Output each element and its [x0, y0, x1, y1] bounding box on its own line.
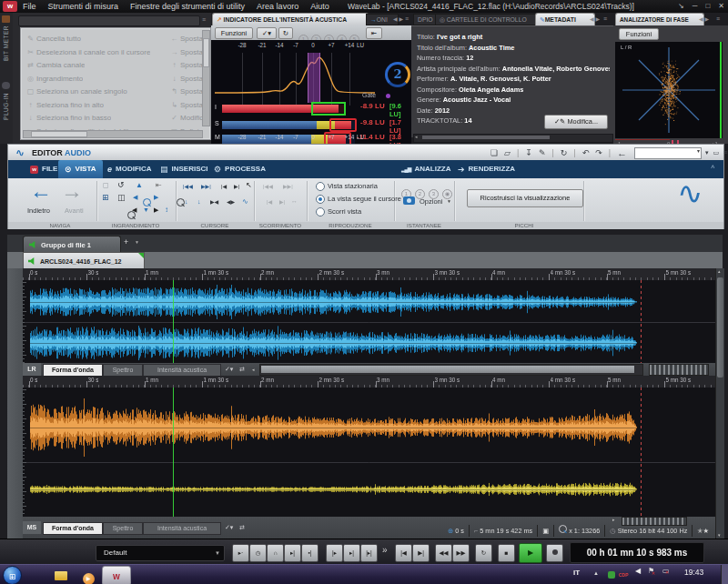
scroll-next-icon[interactable]: ▶| — [279, 198, 285, 205]
lr-hscroll-left-icon[interactable]: ◂ — [252, 367, 255, 372]
menu-item-4[interactable]: Aiuto — [310, 0, 329, 13]
tab-renderizza[interactable]: ➔RENDERIZZA — [451, 160, 521, 178]
tool-menu-item[interactable]: ✓Modifica... — [168, 112, 203, 126]
lr-hscrollbar[interactable] — [259, 364, 643, 376]
tab-modifica[interactable]: eMODIFICA — [101, 160, 158, 178]
file-group-dropdown-icon[interactable]: ▼ — [135, 239, 139, 245]
pause-at-icon[interactable]: ▪| — [301, 544, 318, 562]
rebuild-peaks-button[interactable]: Ricostruisci la visualizzazione — [467, 189, 583, 207]
vscroll-down-icon[interactable]: ▾ — [718, 532, 721, 538]
zoom-whole-icon[interactable]: ⊞ — [102, 193, 109, 202]
taskbar-wavelab-button[interactable]: w — [102, 566, 131, 584]
taskbar-media-button[interactable]: ▶ — [76, 568, 100, 583]
lr-check-icon[interactable]: ✓▾ — [225, 363, 233, 376]
loop-icon[interactable]: ↻ — [475, 544, 492, 562]
play-region-icon[interactable]: |▸| — [360, 544, 378, 562]
tool-menu-item[interactable]: ▢Seleziona un canale singolo — [25, 86, 168, 99]
play-icon[interactable]: ▶ — [519, 543, 542, 563]
metadata-tab-arrows[interactable]: ◀▶ — [590, 13, 602, 25]
panel-grip-icon[interactable]: ≡ — [405, 13, 409, 25]
zoom-out-h-icon[interactable]: ◀ — [133, 194, 137, 201]
dock-tab-plugin[interactable]: PLUG-IN — [3, 93, 9, 120]
ms-hscroll-right-icon[interactable]: ▸ — [612, 517, 615, 522]
favorites-item[interactable]: ✭★ — [692, 525, 713, 537]
cursor-arrow-icon[interactable]: ↖ — [246, 181, 252, 189]
tab-phase-analyzer[interactable]: ANALIZZATORE DI FASE — [615, 13, 704, 25]
tool-menu-item[interactable]: ↳Sposta verso il — [168, 99, 203, 113]
metadata-grip-icon[interactable]: ≡ — [603, 13, 607, 25]
zoom-1to1-icon[interactable]: ◫ — [117, 193, 126, 202]
functions-button[interactable]: Funzioni — [215, 27, 253, 39]
menu-item-0[interactable]: File — [23, 0, 36, 13]
waveform-ms[interactable] — [23, 388, 715, 517]
tool-menu-item[interactable]: ↓Sposta verso il — [168, 73, 203, 86]
tool-menu-item[interactable]: ✂Deseleziona il canale con il cursore — [25, 46, 168, 60]
tab-scroll-arrows[interactable]: ◀▶ — [393, 13, 405, 25]
tray-network-icon[interactable]: ▭✕ — [662, 567, 670, 575]
float-icon[interactable]: ▭ — [713, 145, 720, 161]
tool-menu-item[interactable]: ←Sposta indietro — [168, 33, 203, 46]
render-icon[interactable]: ✎ — [539, 145, 546, 161]
menu-item-3[interactable]: Area lavoro — [257, 0, 298, 13]
radio-static-view[interactable] — [316, 182, 325, 191]
ribbon-collapse-icon[interactable]: ˄ — [711, 163, 715, 171]
hscroll-left-icon[interactable]: ◂ — [415, 134, 418, 139]
file-tab[interactable]: ARCLS024_4416_FLAC_12 — [23, 252, 145, 270]
phase-tab-arrows[interactable]: ◀▶ — [699, 13, 711, 25]
tool-menu-item[interactable]: ◎Ingrandimento — [25, 73, 168, 86]
taskbar-explorer-button[interactable] — [49, 568, 73, 583]
options-dropdown-icon[interactable]: ▼ — [447, 198, 451, 204]
ms-check-icon[interactable]: ✓▾ — [225, 521, 233, 534]
tray-flag-icon[interactable]: ⚑✕ — [648, 567, 654, 575]
radio-scroll-view[interactable] — [316, 207, 325, 216]
radio-follow-cursor[interactable] — [316, 195, 325, 204]
cursor-prev-icon[interactable]: |◀ — [221, 183, 227, 189]
tab-loudness[interactable]: ↗ INDICATORE DELL'INTENSITÀ ACUSTICA — [212, 13, 369, 25]
tab-analizza[interactable]: ▂▄▆ANALIZZA — [395, 160, 457, 178]
tool-menu-item[interactable]: →Sposta in avant — [168, 46, 203, 60]
jump-start-icon[interactable]: |◀ — [395, 544, 412, 562]
back-to-start-icon[interactable]: ⇤ — [366, 27, 382, 39]
tool-menu-hscrollbar[interactable] — [23, 130, 203, 138]
camera-icon[interactable] — [403, 196, 415, 205]
timeline-ruler-lr[interactable]: 0 s30 s1 mn1 mn 30 s2 mn2 mn 30 s3 mn3 m… — [23, 268, 715, 281]
tool-menu-vscrollbar[interactable] — [202, 30, 210, 126]
hscroll-thumb[interactable] — [31, 131, 87, 137]
ms-settings-icon[interactable]: ⇄ — [239, 521, 245, 534]
collapse-icon[interactable]: ▾ — [705, 145, 709, 161]
lr-zoom-slider[interactable] — [649, 364, 709, 376]
cursor-file-start-icon[interactable]: |◀◀ — [183, 183, 193, 189]
tray-device-icon[interactable] — [608, 571, 615, 579]
lr-tab-loudness[interactable]: Intensità acustica — [143, 364, 221, 377]
zoom-magnifier-icon[interactable] — [143, 198, 151, 206]
lr-settings-icon[interactable]: ⇄ — [239, 363, 245, 376]
tray-language[interactable]: IT — [573, 569, 580, 577]
ms-tab-loudness[interactable]: Intensità acustica — [143, 522, 221, 535]
tab-processa[interactable]: ⚙PROCESSA — [207, 160, 272, 178]
record-icon[interactable] — [546, 544, 563, 562]
edit-metadata-button[interactable]: ✓✎ Modifica... — [544, 115, 608, 129]
lr-tab-waveform[interactable]: Forma d'onda — [43, 364, 103, 377]
zoom-fit-vertical-icon[interactable]: ↕ — [165, 206, 168, 214]
note-item[interactable]: ▣ — [537, 525, 553, 537]
zoom-selection-icon[interactable]: ◻ — [103, 181, 109, 189]
redo-icon[interactable]: ↷ — [595, 145, 602, 161]
start-button[interactable]: ⊞ — [3, 566, 22, 584]
zoom-in-h-icon[interactable]: ▶ — [154, 194, 158, 201]
save-icon[interactable]: ↧ — [525, 145, 532, 161]
zoom-preset-combobox[interactable]: ▾ — [634, 147, 702, 159]
tray-expand-icon[interactable]: ▲ — [593, 570, 599, 576]
position-item[interactable]: ⊕ 0 s — [443, 525, 469, 537]
forward-icon[interactable]: ▶▶ — [452, 544, 470, 562]
show-desktop-button[interactable] — [721, 565, 728, 584]
nav-back-icon[interactable]: ← — [617, 145, 627, 161]
options-grip-icon[interactable]: ≡ — [723, 145, 727, 161]
stop-icon[interactable]: ■ — [498, 544, 515, 562]
minimize-icon[interactable]: ─ — [693, 0, 698, 13]
waveform-lr[interactable] — [23, 280, 715, 363]
preroll-play-icon[interactable]: ▸· — [232, 544, 249, 562]
zoom-start-icon[interactable]: ⇤ — [156, 181, 162, 189]
tool-panel-grip-icon[interactable]: ≡ — [202, 14, 206, 26]
cursor-next-icon[interactable]: ▶| — [234, 183, 239, 189]
dock-tab-bitmeter[interactable]: BIT METER — [3, 25, 9, 61]
